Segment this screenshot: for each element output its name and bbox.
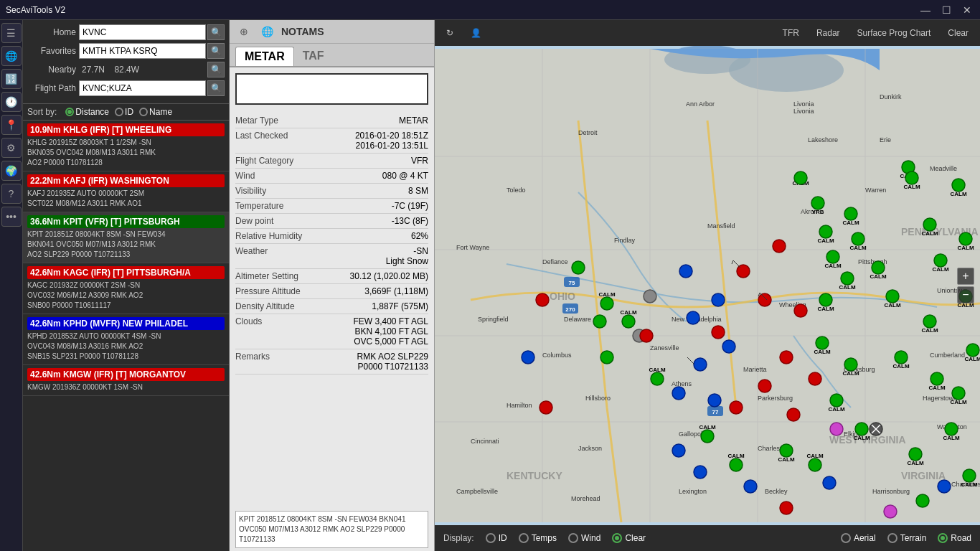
settings-icon[interactable]: ⚙ — [1, 138, 22, 158]
svg-text:CALM: CALM — [620, 309, 636, 316]
display-road-radio[interactable] — [938, 533, 948, 543]
menu-icon[interactable]: ☰ — [1, 23, 22, 43]
zoom-in-button[interactable]: + — [957, 268, 974, 285]
svg-text:Warren: Warren — [865, 187, 886, 194]
svg-text:Findlay: Findlay — [614, 237, 636, 244]
zoom-out-button[interactable]: − — [957, 286, 974, 303]
sort-label: Sort by: — [27, 107, 57, 117]
help-icon[interactable]: ? — [1, 184, 22, 204]
svg-point-143 — [708, 394, 721, 407]
data-row: Last Checked 2016-01-20 18:51Z2016-01-20… — [235, 128, 428, 154]
list-item[interactable]: 42.6Nm KAGC (IFR) [T] PITTSBURGH/A KAGC … — [23, 263, 229, 314]
display-wind-label: Wind — [581, 533, 600, 543]
maximize-button[interactable]: ☐ — [939, 4, 954, 16]
list-item[interactable]: 10.9Nm KHLG (IFR) [T] WHEELING KHLG 2019… — [23, 121, 229, 171]
favorites-row: Favorites 🔍 — [27, 43, 225, 59]
more-icon[interactable]: ••• — [1, 207, 22, 227]
svg-text:CALM: CALM — [964, 356, 980, 362]
svg-point-109 — [819, 225, 832, 238]
display-road-option[interactable]: Road — [938, 533, 971, 543]
home-search-button[interactable]: 🔍 — [207, 24, 225, 40]
flightpath-row: Flight Path 🔍 — [27, 80, 225, 96]
minimize-button[interactable]: — — [918, 4, 933, 16]
field-label: Dew point — [235, 216, 273, 226]
display-terrain-radio[interactable] — [887, 533, 897, 543]
station-data: KAFJ 201935Z AUTO 00000KT 2SMSCT022 M08/… — [27, 189, 225, 209]
middle-panel: ⊕ 🌐 NOTAMS METAR TAF PITTSBURGH (KPIT) 4… — [230, 20, 435, 551]
svg-point-145 — [694, 466, 707, 479]
svg-text:Hamilton: Hamilton — [507, 402, 532, 409]
display-id-radio[interactable] — [486, 533, 496, 543]
tab-metar[interactable]: METAR — [235, 47, 294, 66]
svg-point-181 — [916, 494, 929, 507]
display-aerial-radio[interactable] — [841, 533, 851, 543]
display-wind-radio[interactable] — [568, 533, 578, 543]
svg-text:CALM: CALM — [649, 367, 665, 373]
display-road-label: Road — [951, 533, 971, 543]
display-aerial-option[interactable]: Aerial — [841, 533, 876, 543]
display-wind-option[interactable]: Wind — [568, 533, 600, 543]
globe-icon[interactable]: 🌐 — [1, 46, 22, 66]
metar-tabs: METAR TAF — [230, 44, 434, 67]
svg-point-177 — [744, 480, 757, 493]
calculator-icon[interactable]: 🔢 — [1, 69, 22, 89]
svg-rect-3 — [435, 49, 980, 522]
list-item[interactable]: 36.6Nm KPIT (VFR) [T] PITTSBURGH KPIT 20… — [23, 212, 229, 263]
surface-prog-button[interactable]: Surface Prog Chart — [854, 27, 934, 39]
flightpath-input[interactable] — [79, 80, 206, 96]
display-label: Display: — [443, 533, 474, 543]
window-controls: — ☐ ✕ — [918, 4, 974, 16]
refresh-button[interactable]: ↻ — [443, 27, 456, 39]
list-item[interactable]: 42.6Nm KPHD (MVFR) NEW PHILADEL KPHD 201… — [23, 314, 229, 365]
display-clear-radio[interactable] — [612, 533, 622, 543]
close-button[interactable]: ✕ — [960, 4, 974, 16]
svg-point-66 — [872, 261, 885, 274]
svg-text:CALM: CALM — [778, 456, 794, 463]
zoom-controls: + − — [957, 268, 974, 303]
station-header: 22.2Nm KAFJ (IFR) WASHINGTON — [27, 174, 225, 187]
radar-button[interactable]: Radar — [814, 27, 843, 39]
home-input[interactable] — [79, 24, 206, 40]
clock-icon[interactable]: 🕐 — [1, 92, 22, 112]
flightpath-search-button[interactable]: 🔍 — [207, 80, 225, 96]
favorites-search-button[interactable]: 🔍 — [207, 43, 225, 59]
globe-icon-button[interactable]: 🌐 — [258, 23, 275, 40]
svg-point-165 — [600, 297, 613, 310]
map-clear-button[interactable]: Clear — [945, 27, 971, 39]
user-icon-button[interactable]: 👤 — [468, 27, 484, 39]
svg-text:CALM: CALM — [921, 327, 938, 334]
network-icon[interactable]: 🌍 — [1, 161, 22, 181]
svg-text:Cincinnati: Cincinnati — [471, 438, 499, 445]
search-area: Home 🔍 Favorites 🔍 Nearby 27.7N 82.4W 🔍 … — [23, 20, 229, 104]
display-id-option[interactable]: ID — [486, 533, 507, 543]
data-table: Metar Type METAR Last Checked 2016-01-20… — [230, 110, 434, 508]
display-temps-label: Temps — [532, 533, 557, 543]
tab-taf[interactable]: TAF — [294, 47, 333, 66]
nearby-search-button[interactable]: 🔍 — [207, 62, 225, 77]
sort-distance-option[interactable]: Distance — [65, 107, 109, 117]
svg-point-70 — [952, 179, 965, 192]
station-list: 10.9Nm KHLG (IFR) [T] WHEELING KHLG 2019… — [23, 121, 229, 551]
sort-name-option[interactable]: Name — [139, 107, 172, 117]
location-icon[interactable]: 📍 — [1, 115, 22, 135]
display-temps-radio[interactable] — [519, 533, 529, 543]
display-terrain-option[interactable]: Terrain — [887, 533, 927, 543]
sort-distance-radio[interactable] — [65, 108, 74, 116]
svg-text:Dunkirk: Dunkirk — [880, 93, 902, 100]
favorites-input[interactable] — [79, 43, 206, 59]
list-item[interactable]: 42.6Nm KMGW (IFR) [T] MORGANTOV KMGW 201… — [23, 365, 229, 396]
display-clear-option[interactable]: Clear — [612, 533, 646, 543]
svg-point-103 — [593, 315, 606, 328]
crosshair-icon-button[interactable]: ⊕ — [235, 23, 253, 40]
map-container[interactable]: Toledo Detroit Ann Arbor Livonia Dunkirk… — [435, 46, 980, 525]
sort-name-radio[interactable] — [139, 108, 148, 116]
sort-id-option[interactable]: ID — [115, 107, 133, 117]
list-item[interactable]: 22.2Nm KAFJ (IFR) WASHINGTON KAFJ 201935… — [23, 171, 229, 212]
data-row: Metar Type METAR — [235, 113, 428, 128]
svg-text:Lexington: Lexington — [679, 488, 707, 495]
tfr-button[interactable]: TFR — [780, 27, 802, 39]
data-row: Temperature -7C (19F) — [235, 199, 428, 214]
sort-id-radio[interactable] — [115, 108, 123, 116]
display-temps-option[interactable]: Temps — [519, 533, 557, 543]
field-label: Remarks — [235, 352, 270, 372]
